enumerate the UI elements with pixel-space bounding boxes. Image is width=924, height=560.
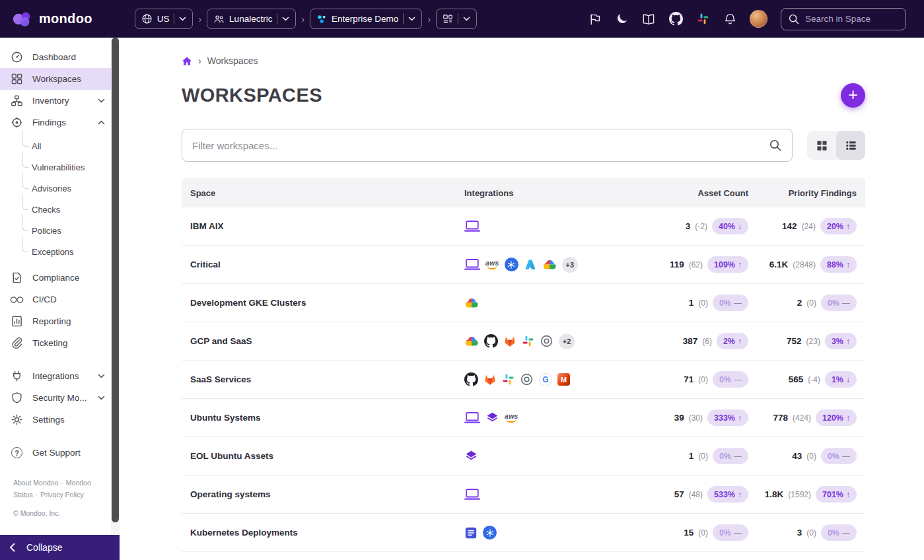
home-icon[interactable] (182, 56, 192, 66)
trend-badge: 0%— (713, 295, 748, 311)
table-row[interactable]: Criticalaws+3119(62)109%↑6.1K(2848)88%↑ (182, 246, 865, 284)
avatar[interactable] (750, 10, 767, 28)
trend-pct: 120% (822, 413, 843, 423)
space-selector[interactable]: Enterprise Demo (310, 9, 422, 29)
metric-delta: (2848) (793, 260, 816, 269)
breadcrumb-current[interactable]: Workspaces (207, 55, 258, 66)
slack-button[interactable] (691, 7, 715, 31)
mondoo-logo-icon (12, 11, 34, 28)
sidebar-subitem-all[interactable]: All (22, 135, 111, 157)
trend-flat-icon: — (734, 375, 742, 384)
table-row[interactable]: Operating systems57(48)533%↑1.8K(1592)70… (182, 475, 865, 514)
sidebar-item-inventory[interactable]: Inventory (0, 90, 111, 112)
sidebar-subitem-vulnerabilities[interactable]: Vulnerabilities (22, 157, 111, 178)
footer-link-privacy-policy[interactable]: Privacy Policy (40, 491, 83, 499)
trend-pct: 0% (719, 298, 731, 308)
aws-icon: aws (485, 260, 499, 269)
organization-selector[interactable]: Lunalectric (207, 9, 296, 29)
sidebar-item-workspaces[interactable]: Workspaces (0, 68, 111, 90)
trend-flat-icon: — (842, 452, 850, 461)
dark-mode-button[interactable] (610, 7, 633, 31)
metric-value: 778 (773, 413, 788, 423)
collapse-button[interactable]: Collapse (0, 535, 120, 560)
sidebar-item-ticketing[interactable]: Ticketing (0, 332, 111, 354)
reporting-icon (10, 315, 24, 328)
trend-up-icon: ↑ (846, 413, 850, 423)
page-title: WORKSPACES (182, 85, 322, 106)
chevron-left-icon (9, 543, 15, 552)
chevron-down-icon[interactable] (98, 98, 105, 103)
metric-delta: (0) (806, 528, 816, 538)
sidebar-item-label: Settings (32, 415, 65, 425)
table-row[interactable]: GCP and SaaS+2387(6)2%↑752(23)3%↑ (182, 322, 865, 361)
column-header-priority-findings: Priority Findings (748, 188, 857, 198)
grid-view-button[interactable] (807, 131, 836, 160)
github-button[interactable] (664, 7, 688, 31)
metric-value: 3 (797, 528, 802, 538)
region-selector[interactable]: US (135, 9, 194, 29)
search-input[interactable] (805, 14, 899, 24)
sidebar-subitem-checks[interactable]: Checks (22, 199, 111, 220)
sidebar-item-reporting[interactable]: Reporting (0, 310, 111, 332)
sidebar-subitem-label: Exceptions (32, 247, 74, 257)
priority-cell: 3(0)0%— (748, 524, 857, 541)
table-row[interactable]: Development GKE Clusters1(0)0%—2(0)0%— (182, 284, 865, 322)
trend-badge: 20%↑ (820, 218, 857, 234)
sidebar-subitem-advisories[interactable]: Advisories (22, 178, 111, 199)
sidebar-scrollbar[interactable] (111, 38, 120, 535)
sidebar-item-label: CI/CD (32, 295, 57, 304)
filter-input[interactable] (192, 140, 762, 151)
trend-down-icon: ↓ (738, 222, 742, 231)
table-row[interactable]: Kubernetes Deployments15(0)0%—3(0)0%— (182, 514, 865, 552)
sidebar-subitem-policies[interactable]: Policies (22, 220, 111, 241)
priority-cell: 43(0)0%— (748, 448, 857, 464)
metric-delta: (0) (806, 298, 816, 308)
space-label: Enterprise Demo (332, 14, 398, 24)
trend-pct: 88% (827, 260, 843, 269)
trend-badge: 2%↑ (717, 333, 748, 349)
list-view-button[interactable] (836, 131, 865, 160)
metric-delta: (0) (698, 528, 708, 538)
table-row[interactable]: SaaS ServicesGM71(0)0%—565(-4)1%↓ (182, 361, 865, 399)
sidebar-item-findings[interactable]: Findings (0, 112, 111, 133)
chevron-up-icon[interactable] (98, 120, 105, 125)
chevron-down-icon[interactable] (98, 396, 105, 400)
trend-flat-icon: — (842, 298, 850, 308)
sidebar-item-label: Get Support (32, 448, 81, 458)
main-content: › Workspaces WORKSPACES + Space Integrat… (120, 38, 924, 560)
chevron-down-icon[interactable] (98, 374, 105, 378)
docs-button[interactable] (637, 7, 660, 31)
footer-link-about-mondoo[interactable]: About Mondoo (13, 479, 58, 487)
mondoo-logo[interactable]: mondoo (12, 11, 92, 28)
workspace-name: SaaS Services (190, 374, 464, 384)
workspace-name: Development GKE Clusters (190, 298, 464, 308)
sidebar-item-integrations[interactable]: Integrations (0, 365, 111, 387)
priority-cell: 1.8K(1592)701%↑ (748, 486, 857, 503)
trend-pct: 0% (828, 298, 839, 308)
sidebar-item-label: Inventory (32, 96, 69, 106)
priority-cell: 142(24)20%↑ (748, 218, 857, 234)
column-header-integrations: Integrations (464, 188, 629, 198)
workspace-grid-icon (443, 14, 453, 24)
trend-badge: 0%— (821, 295, 857, 311)
sidebar-item-compliance[interactable]: Compliance (0, 267, 111, 289)
notifications-button[interactable] (718, 7, 742, 31)
add-workspace-button[interactable]: + (841, 83, 865, 108)
sidebar-subitem-exceptions[interactable]: Exceptions (22, 241, 111, 262)
table-row[interactable]: EOL Ubuntu Assets1(0)0%—43(0)0%— (182, 437, 865, 475)
sidebar-item-label: Findings (32, 118, 66, 127)
sidebar-item-security-mo[interactable]: Security Mo... (0, 387, 111, 409)
sidebar-item-dashboard[interactable]: Dashboard (0, 46, 111, 68)
table-row[interactable]: Ubuntu Systemsaws39(30)333%↑778(424)120%… (182, 399, 865, 437)
workspace-selector[interactable] (436, 9, 477, 29)
trend-badge: 109%↑ (707, 256, 748, 273)
sidebar-item-ci-cd[interactable]: CI/CD (0, 289, 111, 310)
flag-button[interactable] (583, 7, 606, 31)
gcp-icon (464, 335, 479, 347)
sidebar-item-settings[interactable]: Settings (0, 409, 111, 431)
integration-icons (464, 488, 629, 501)
column-header-asset-count: Asset Count (629, 188, 748, 198)
scrollbar-thumb[interactable] (112, 38, 119, 522)
sidebar-item-get-support[interactable]: ?Get Support (0, 442, 111, 464)
table-row[interactable]: IBM AIX3(-2)40%↓142(24)20%↑ (182, 207, 865, 246)
